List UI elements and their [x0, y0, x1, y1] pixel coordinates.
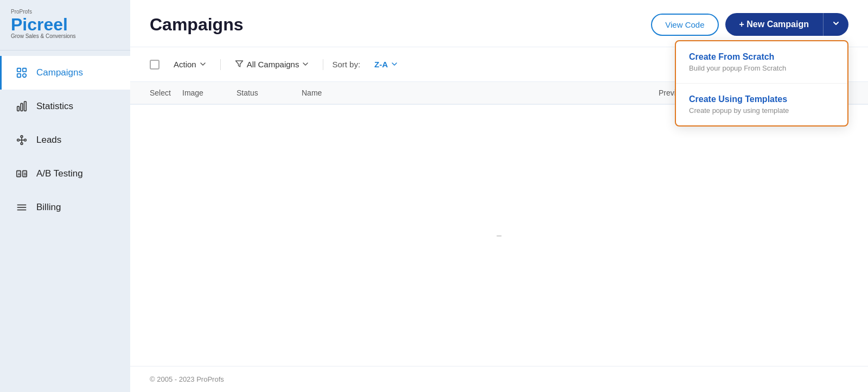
svg-rect-5 — [21, 104, 23, 111]
logo-area: ProProfs Picreel Grow Sales & Conversion… — [0, 0, 130, 50]
new-campaign-dropdown-button[interactable] — [823, 13, 848, 36]
filter-separator-1 — [220, 59, 221, 70]
col-header-image: Image — [182, 88, 237, 97]
footer: © 2005 - 2023 ProProfs — [130, 366, 868, 392]
brand-picreel: Picreel — [11, 16, 119, 33]
create-from-scratch-desc: Build your popup From Scratch — [689, 64, 834, 72]
svg-rect-6 — [24, 102, 27, 111]
create-from-scratch-title: Create From Scratch — [689, 52, 834, 62]
chevron-down-icon — [832, 20, 840, 29]
sort-chevron-icon — [391, 60, 398, 69]
sidebar-item-ab-testing-label: A/B Testing — [36, 168, 83, 179]
sort-value: Z-A — [374, 60, 388, 69]
empty-state: – — [130, 105, 868, 366]
new-campaign-group: + New Campaign Create From Scratch Build… — [725, 13, 848, 36]
col-header-select: Select — [150, 88, 182, 97]
sidebar-item-campaigns[interactable]: Campaigns — [0, 56, 130, 90]
billing-icon — [15, 200, 29, 214]
brand-tagline: Grow Sales & Conversions — [11, 33, 119, 39]
sidebar-item-campaigns-label: Campaigns — [36, 67, 83, 78]
leads-icon — [15, 133, 29, 147]
all-campaigns-label: All Campaigns — [247, 60, 299, 69]
action-chevron-icon — [200, 60, 206, 69]
main-content: Campaigns View Code + New Campaign Creat… — [130, 0, 868, 392]
brand-proprofs: ProProfs — [11, 9, 119, 15]
svg-text:B: B — [24, 172, 27, 176]
sidebar-item-leads-label: Leads — [36, 135, 61, 146]
create-using-templates-item[interactable]: Create Using Templates Create popup by u… — [676, 84, 847, 125]
svg-point-9 — [24, 139, 27, 141]
all-campaigns-filter-button[interactable]: All Campaigns — [229, 56, 315, 73]
sidebar: ProProfs Picreel Grow Sales & Conversion… — [0, 0, 130, 392]
filter-separator-2 — [323, 59, 323, 70]
svg-point-7 — [21, 136, 23, 138]
create-using-templates-title: Create Using Templates — [689, 94, 834, 104]
view-code-button[interactable]: View Code — [651, 14, 718, 36]
create-from-scratch-item[interactable]: Create From Scratch Build your popup Fro… — [676, 41, 847, 84]
select-all-checkbox[interactable] — [150, 60, 159, 69]
sidebar-item-statistics-label: Statistics — [36, 101, 73, 112]
svg-point-3 — [23, 74, 26, 77]
sidebar-item-ab-testing[interactable]: A B A/B Testing — [0, 157, 130, 191]
top-actions: View Code + New Campaign Create From Scr… — [651, 13, 848, 36]
action-filter-button[interactable]: Action — [168, 56, 212, 72]
statistics-icon — [15, 99, 29, 113]
filter-funnel-icon — [235, 59, 244, 69]
sort-button[interactable]: Z-A — [369, 56, 403, 72]
col-header-name: Name — [302, 88, 659, 97]
campaigns-icon — [15, 66, 29, 80]
page-title: Campaigns — [150, 15, 243, 35]
sort-by-label: Sort by: — [332, 60, 360, 69]
svg-point-10 — [21, 143, 23, 145]
empty-dash: – — [497, 231, 502, 241]
nav-menu: Campaigns Statistics — [0, 50, 130, 392]
svg-rect-4 — [17, 106, 20, 111]
svg-text:A: A — [18, 172, 21, 176]
svg-rect-1 — [23, 68, 26, 72]
create-using-templates-desc: Create popup by using template — [689, 106, 834, 115]
footer-text: © 2005 - 2023 ProProfs — [150, 375, 224, 383]
sidebar-item-billing[interactable]: Billing — [0, 191, 130, 224]
action-label: Action — [174, 60, 196, 69]
new-campaign-dropdown-menu: Create From Scratch Build your popup Fro… — [675, 40, 848, 127]
svg-rect-2 — [17, 74, 21, 77]
ab-testing-icon: A B — [15, 167, 29, 181]
col-header-status: Status — [237, 88, 302, 97]
svg-point-8 — [17, 139, 20, 141]
svg-rect-0 — [17, 68, 21, 72]
all-campaigns-chevron-icon — [302, 60, 309, 69]
sidebar-item-leads[interactable]: Leads — [0, 123, 130, 157]
sidebar-item-statistics[interactable]: Statistics — [0, 90, 130, 123]
top-bar: Campaigns View Code + New Campaign Creat… — [130, 0, 868, 47]
new-campaign-button[interactable]: + New Campaign — [725, 13, 823, 36]
sidebar-item-billing-label: Billing — [36, 202, 61, 213]
